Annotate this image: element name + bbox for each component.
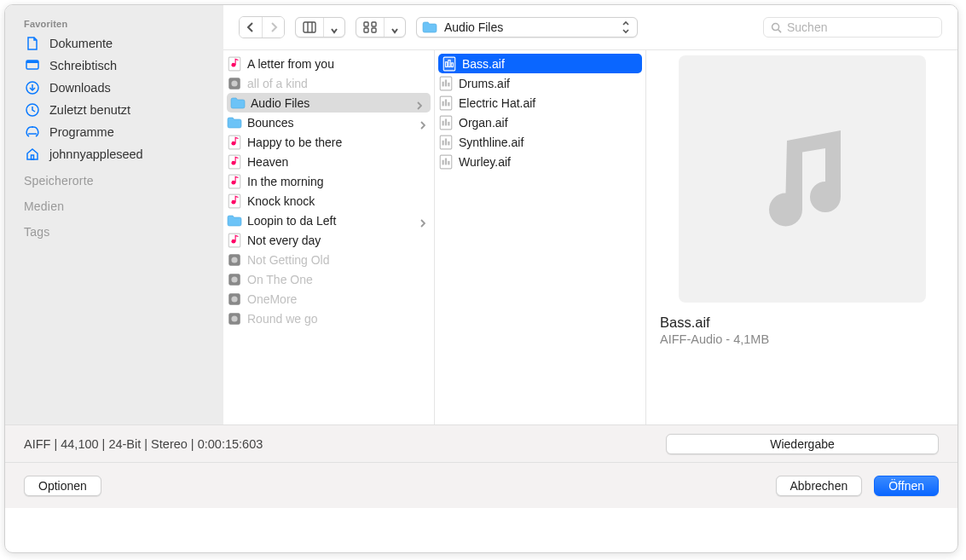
list-item[interactable]: A letter from you: [223, 54, 434, 73]
svg-rect-56: [445, 138, 447, 145]
back-button[interactable]: [240, 17, 262, 38]
apps-icon: [24, 124, 41, 141]
list-item[interactable]: Organ.aif: [435, 113, 645, 132]
forward-button[interactable]: [262, 17, 284, 38]
file-icon: [438, 115, 454, 130]
view-columns-control[interactable]: [295, 17, 345, 38]
sidebar-section-media[interactable]: Medien: [5, 191, 223, 216]
file-name: Loopin to da Left: [247, 214, 336, 228]
list-item[interactable]: Bass.aif: [438, 54, 642, 73]
file-icon: [227, 154, 242, 170]
chevron-right-icon: [420, 118, 427, 127]
svg-rect-49: [448, 101, 449, 106]
doc-icon: [24, 35, 41, 52]
file-icon: [227, 193, 242, 209]
file-name: Audio Files: [251, 96, 309, 110]
sidebar-item-dokumente[interactable]: Dokumente: [5, 32, 223, 55]
path-popup[interactable]: Audio Files: [416, 17, 638, 38]
file-name: A letter from you: [247, 57, 334, 71]
svg-rect-40: [448, 60, 450, 66]
list-item[interactable]: On The One: [223, 269, 434, 289]
file-name: Not every day: [247, 234, 321, 247]
svg-rect-11: [372, 22, 376, 26]
file-icon: [227, 135, 242, 150]
view-grid-control[interactable]: [356, 17, 406, 38]
sidebar-item-schreibtisch[interactable]: Schreibtisch: [5, 55, 223, 77]
sidebar-item-label: Downloads: [49, 81, 111, 95]
list-item[interactable]: Electric Hat.aif: [435, 93, 645, 113]
file-name: Bass.aif: [462, 57, 505, 71]
sidebar-item-label: Dokumente: [49, 37, 113, 50]
list-item[interactable]: Happy to be there: [223, 132, 434, 152]
search-icon: [771, 22, 782, 33]
open-button[interactable]: Öffnen: [874, 476, 939, 496]
list-item[interactable]: OneMore: [223, 289, 434, 309]
list-item[interactable]: all of a kind: [223, 73, 434, 93]
list-item[interactable]: Heaven: [223, 152, 434, 171]
list-item[interactable]: Wurley.aif: [435, 152, 645, 171]
list-item[interactable]: Drums.aif: [435, 73, 645, 93]
file-icon: [227, 233, 242, 248]
file-icon: [438, 135, 454, 150]
file-name: Happy to be there: [247, 136, 342, 149]
svg-rect-52: [445, 118, 447, 125]
list-item[interactable]: Round we go: [223, 309, 434, 328]
file-name: Bounces: [247, 116, 293, 130]
options-button[interactable]: Optionen: [24, 476, 101, 496]
nav-buttons: [239, 16, 285, 38]
svg-point-35: [231, 296, 237, 302]
file-icon: [230, 95, 246, 111]
svg-rect-55: [443, 140, 444, 145]
file-name: Knock knock: [247, 194, 315, 208]
file-name: Wurley.aif: [459, 155, 511, 169]
file-icon: [227, 213, 242, 228]
list-item[interactable]: Not every day: [223, 230, 434, 250]
sidebar-item-johnnyappleseed[interactable]: johnnyappleseed: [5, 143, 223, 165]
list-item[interactable]: Bounces: [223, 113, 434, 132]
file-name: all of a kind: [247, 77, 308, 90]
column-1[interactable]: A letter from youall of a kindAudio File…: [223, 50, 435, 424]
home-icon: [24, 146, 41, 163]
list-item[interactable]: Loopin to da Left: [223, 211, 434, 230]
folder-icon: [422, 21, 437, 33]
sidebar-item-zuletzt benutzt[interactable]: Zuletzt benutzt: [5, 99, 223, 121]
sidebar-section-favorites: Favoriten: [5, 14, 223, 32]
file-icon: [227, 174, 242, 189]
sidebar-item-downloads[interactable]: Downloads: [5, 77, 223, 99]
play-button[interactable]: Wiedergabe: [666, 434, 939, 454]
svg-rect-41: [451, 62, 453, 66]
svg-rect-10: [364, 22, 368, 26]
info-bar: AIFF | 44,100 | 24-Bit | Stereo | 0:00:1…: [5, 424, 957, 462]
list-item[interactable]: Synthline.aif: [435, 132, 645, 152]
search-placeholder: Suchen: [787, 20, 827, 34]
file-name: Drums.aif: [459, 77, 510, 90]
file-name: Heaven: [247, 155, 288, 169]
sidebar-section-locations[interactable]: Speicherorte: [5, 165, 223, 191]
svg-rect-59: [443, 159, 444, 165]
svg-rect-43: [443, 81, 444, 86]
sidebar: Favoriten DokumenteSchreibtischDownloads…: [5, 5, 223, 424]
svg-point-33: [231, 276, 237, 282]
svg-rect-61: [448, 160, 449, 165]
svg-point-37: [231, 315, 237, 321]
list-item[interactable]: In the morning: [223, 171, 434, 191]
svg-line-15: [778, 29, 781, 32]
file-name: OneMore: [247, 292, 297, 306]
toolbar: Audio Files Suchen: [223, 5, 957, 49]
preview-column: Bass.aif AIFF-Audio - 4,1MB: [646, 50, 957, 424]
sidebar-item-programme[interactable]: Programme: [5, 121, 223, 143]
file-icon: [438, 76, 454, 91]
search-field[interactable]: Suchen: [763, 17, 942, 38]
list-item[interactable]: Not Getting Old: [223, 250, 434, 269]
svg-rect-13: [372, 28, 376, 32]
preview-meta: AIFF-Audio - 4,1MB: [657, 331, 947, 346]
clock-icon: [24, 101, 41, 118]
file-icon: [442, 56, 457, 72]
list-item[interactable]: Knock knock: [223, 191, 434, 211]
column-2[interactable]: Bass.aifDrums.aifElectric Hat.aifOrgan.a…: [435, 50, 646, 424]
footer: Optionen Abbrechen Öffnen: [5, 462, 957, 508]
sidebar-section-tags[interactable]: Tags: [5, 216, 223, 242]
file-icon: [438, 95, 454, 111]
list-item[interactable]: Audio Files: [227, 93, 431, 113]
cancel-button[interactable]: Abbrechen: [776, 476, 863, 496]
